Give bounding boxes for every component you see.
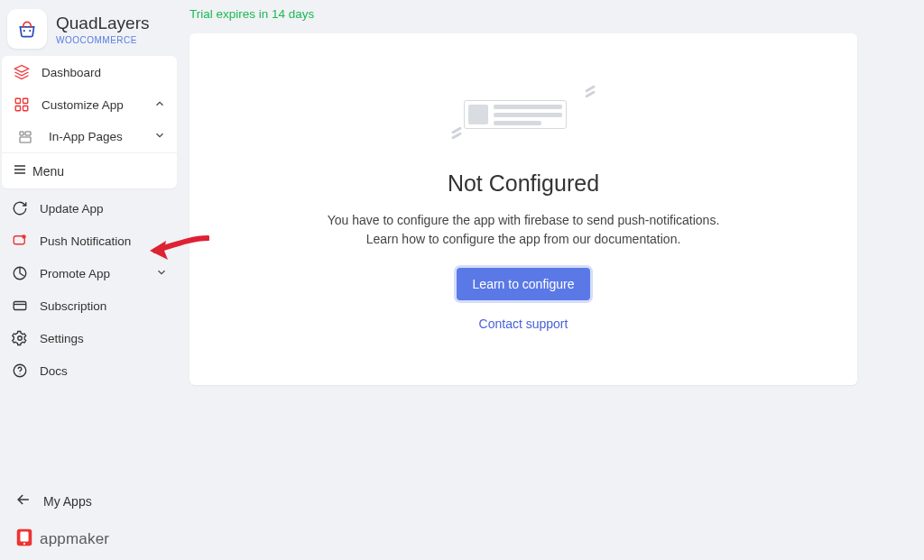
grid-icon [13, 96, 31, 113]
sidebar-item-label: Dashboard [42, 66, 101, 79]
arrow-left-icon [14, 491, 32, 511]
sidebar-item-settings[interactable]: Settings [0, 322, 179, 354]
svg-point-13 [18, 336, 23, 341]
brand-logo [7, 9, 47, 49]
chevron-down-icon [153, 129, 166, 144]
hamburger-icon [13, 162, 27, 179]
sidebar-menu: Dashboard Customize App In-App Pages Men… [2, 56, 177, 188]
svg-rect-12 [14, 302, 26, 310]
sidebar-item-my-apps[interactable]: My Apps [5, 482, 173, 520]
sidebar-item-update-app[interactable]: Update App [0, 192, 179, 225]
learn-to-configure-button[interactable]: Learn to configure [457, 268, 591, 300]
content-card: Not Configured You have to configure the… [189, 33, 857, 385]
sidebar-item-label: Update App [40, 202, 104, 216]
sidebar-item-docs[interactable]: Docs [0, 354, 179, 387]
main-content: Trial expires in 14 days Not Configured … [179, 0, 924, 560]
sidebar-item-subscription[interactable]: Subscription [0, 289, 179, 322]
pages-icon [16, 130, 34, 144]
brand-header: QuadLayers WOOCOMMERCE [0, 0, 179, 56]
empty-state: Not Configured You have to configure the… [319, 60, 729, 358]
sidebar-item-label: Docs [40, 364, 68, 378]
appmaker-brand: appmaker [5, 528, 173, 551]
sidebar-item-label: Customize App [42, 98, 124, 112]
notification-icon [11, 233, 29, 249]
contact-support-link[interactable]: Contact support [479, 317, 568, 331]
brand-title: QuadLayers [56, 14, 150, 33]
sidebar-item-label: Promote App [40, 267, 110, 280]
sidebar-item-label: Settings [40, 332, 84, 345]
chevron-up-icon [153, 97, 166, 113]
sidebar-item-customize[interactable]: Customize App [2, 88, 177, 121]
appmaker-text: appmaker [40, 530, 109, 548]
svg-rect-17 [20, 532, 28, 542]
empty-description-1: You have to configure the app with fireb… [328, 211, 720, 229]
svg-point-1 [29, 30, 31, 32]
svg-point-10 [22, 234, 26, 239]
sidebar-item-label: In-App Pages [49, 130, 123, 143]
appmaker-icon [14, 528, 34, 551]
sidebar-item-inapp-pages[interactable]: In-App Pages [2, 121, 177, 152]
chart-icon [11, 265, 29, 281]
svg-rect-2 [15, 98, 20, 103]
chevron-down-icon [155, 266, 168, 281]
sidebar-item-menu[interactable]: Menu [2, 153, 177, 188]
svg-point-15 [19, 373, 20, 374]
empty-title: Not Configured [448, 170, 599, 197]
svg-point-0 [23, 30, 25, 32]
sidebar-item-push-notification[interactable]: Push Notification [0, 225, 179, 257]
svg-rect-4 [15, 106, 20, 111]
svg-rect-7 [25, 132, 31, 135]
sidebar-item-dashboard[interactable]: Dashboard [2, 56, 177, 88]
sidebar-item-label: Subscription [40, 299, 106, 313]
empty-description-2: Learn how to configure the app from our … [366, 230, 681, 248]
svg-rect-8 [20, 137, 31, 142]
svg-point-18 [23, 543, 25, 545]
svg-rect-3 [23, 98, 28, 103]
sidebar-item-label: My Apps [43, 494, 92, 509]
basket-icon [15, 17, 39, 41]
brand-subtitle: WOOCOMMERCE [56, 35, 150, 45]
layers-icon [13, 64, 31, 80]
svg-rect-6 [20, 132, 23, 135]
sidebar: QuadLayers WOOCOMMERCE Dashboard Customi… [0, 0, 179, 560]
sidebar-item-promote-app[interactable]: Promote App [0, 257, 179, 289]
sidebar-item-label: Push Notification [40, 234, 131, 248]
refresh-icon [11, 200, 29, 216]
help-icon [11, 363, 29, 379]
svg-rect-5 [23, 106, 28, 111]
placeholder-illustration [451, 87, 596, 140]
trial-banner: Trial expires in 14 days [179, 0, 924, 26]
gear-icon [11, 330, 29, 346]
sidebar-item-label: Menu [32, 164, 64, 179]
card-icon [11, 298, 29, 314]
